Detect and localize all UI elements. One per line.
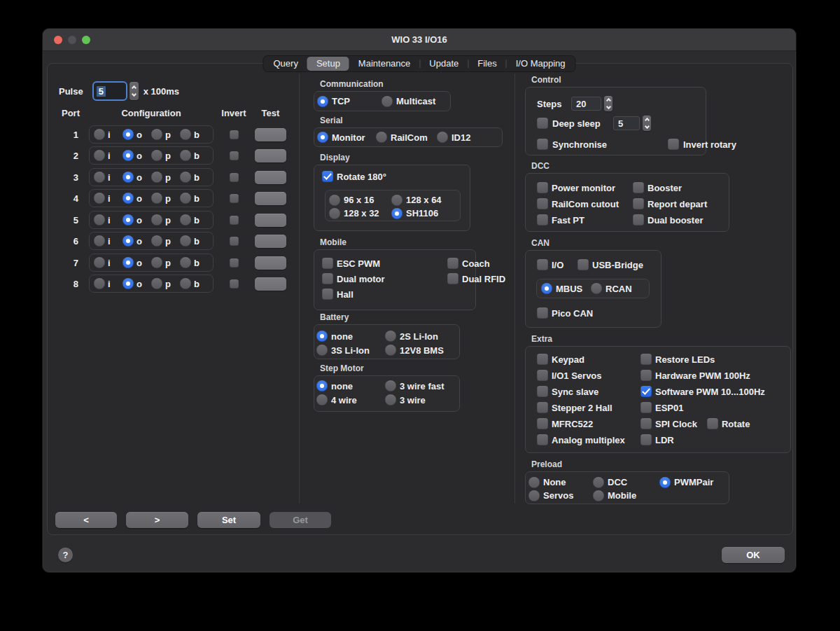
radio-icon[interactable] xyxy=(376,132,387,143)
option-label[interactable]: 4 wire xyxy=(331,395,357,405)
option-label[interactable]: p xyxy=(165,172,171,183)
port-7-test-button[interactable] xyxy=(255,256,286,270)
option-label[interactable]: p xyxy=(165,258,171,268)
option-label[interactable]: RCAN xyxy=(606,284,632,294)
option-label[interactable]: 128 x 64 xyxy=(406,195,442,205)
port-6-option-o[interactable]: o xyxy=(122,235,151,247)
radio-icon[interactable] xyxy=(151,235,162,247)
checkbox-icon[interactable] xyxy=(447,273,458,284)
zoom-button[interactable] xyxy=(82,36,90,44)
option-label[interactable]: ESC PWM xyxy=(337,258,380,269)
port-7-option-p[interactable]: p xyxy=(151,257,180,268)
ok-button[interactable]: OK xyxy=(722,547,785,563)
option-label[interactable]: I/O1 Servos xyxy=(552,370,602,381)
invert-rotary-checkbox[interactable] xyxy=(668,139,679,150)
radio-icon[interactable] xyxy=(329,208,340,219)
radio-icon[interactable] xyxy=(122,193,134,204)
option-label[interactable]: i xyxy=(108,130,111,140)
multicast-radio[interactable]: Multicast xyxy=(382,96,450,107)
option-label[interactable]: SPI Clock xyxy=(655,419,697,429)
option-label[interactable]: Rotate 180° xyxy=(337,172,386,182)
i-o1-servos-checkbox[interactable]: I/O1 Servos xyxy=(537,370,640,381)
port-1-option-o[interactable]: o xyxy=(122,129,151,140)
booster-checkbox[interactable]: Booster xyxy=(633,182,729,193)
option-label[interactable]: LDR xyxy=(655,435,674,445)
fast-pt-checkbox[interactable]: Fast PT xyxy=(537,214,633,226)
radio-icon[interactable] xyxy=(528,477,540,488)
radio-icon[interactable] xyxy=(316,345,328,356)
esc-pwm-checkbox[interactable]: ESC PWM xyxy=(322,258,447,269)
tab-i-o-mapping[interactable]: I/O Mapping xyxy=(507,57,575,71)
radio-icon[interactable] xyxy=(317,96,328,107)
checkbox-icon[interactable] xyxy=(322,289,333,300)
radio-icon[interactable] xyxy=(151,172,162,183)
port-3-option-i[interactable]: i xyxy=(94,172,122,183)
checkbox-icon[interactable] xyxy=(640,402,652,413)
port-2-test-button[interactable] xyxy=(255,149,286,162)
checkbox-icon[interactable] xyxy=(633,182,644,193)
checkbox-icon[interactable] xyxy=(537,214,548,226)
hall-checkbox[interactable]: Hall xyxy=(322,289,447,300)
option-label[interactable]: b xyxy=(194,151,200,161)
id12-radio[interactable]: ID12 xyxy=(437,132,502,143)
radio-icon[interactable] xyxy=(151,214,162,226)
port-2-option-b[interactable]: b xyxy=(180,150,209,161)
next-port-button[interactable]: > xyxy=(126,512,188,528)
stepper-2-hall-checkbox[interactable]: Stepper 2 Hall xyxy=(537,402,640,413)
option-label[interactable]: 96 x 16 xyxy=(344,195,374,205)
mfrc522-checkbox[interactable]: MFRC522 xyxy=(537,418,640,429)
option-label[interactable]: Sync slave xyxy=(552,387,598,397)
steps-stepper[interactable] xyxy=(604,96,612,111)
option-label[interactable]: b xyxy=(194,258,200,268)
radio-icon[interactable] xyxy=(593,477,604,488)
port-4-test-button[interactable] xyxy=(255,192,286,205)
option-label[interactable]: ESP01 xyxy=(655,403,683,413)
port-5-invert-checkbox[interactable] xyxy=(230,216,239,225)
port-7-invert-checkbox[interactable] xyxy=(230,258,239,268)
port-4-option-o[interactable]: o xyxy=(122,193,151,204)
sh1106-radio[interactable]: SH1106 xyxy=(391,208,460,219)
pulse-stepper[interactable] xyxy=(130,82,139,100)
option-label[interactable]: p xyxy=(165,130,171,140)
checkbox-icon[interactable] xyxy=(537,198,548,209)
96-x-16-radio[interactable]: 96 x 16 xyxy=(329,195,391,206)
option-label[interactable]: b xyxy=(194,130,200,140)
option-label[interactable]: Hall xyxy=(337,289,354,300)
hardware-pwm-100hz-checkbox[interactable]: Hardware PWM 100Hz xyxy=(640,370,790,381)
option-label[interactable]: Keypad xyxy=(552,354,584,365)
radio-icon[interactable] xyxy=(94,129,105,140)
radio-icon[interactable] xyxy=(180,214,191,226)
option-label[interactable]: b xyxy=(194,172,200,183)
radio-icon[interactable] xyxy=(151,129,162,140)
radio-icon[interactable] xyxy=(94,278,105,289)
radio-icon[interactable] xyxy=(385,331,396,342)
port-2-option-p[interactable]: p xyxy=(151,150,180,161)
analog-multiplex-checkbox[interactable]: Analog multiplex xyxy=(537,434,640,445)
option-label[interactable]: b xyxy=(194,279,200,289)
checkbox-icon[interactable] xyxy=(537,434,548,445)
rcan-radio[interactable]: RCAN xyxy=(591,283,632,294)
servos-radio[interactable]: Servos xyxy=(528,490,593,501)
radio-icon[interactable] xyxy=(122,129,134,140)
pico-can-checkbox[interactable]: Pico CAN xyxy=(537,307,593,319)
port-5-option-b[interactable]: b xyxy=(180,214,209,226)
option-label[interactable]: o xyxy=(136,172,142,183)
option-label[interactable]: Coach xyxy=(462,258,490,269)
pulse-input[interactable]: 5 xyxy=(92,81,127,101)
port-5-option-o[interactable]: o xyxy=(122,214,151,226)
radio-icon[interactable] xyxy=(382,96,393,107)
radio-icon[interactable] xyxy=(391,208,402,219)
option-label[interactable]: Dual RFID xyxy=(462,274,505,284)
port-1-test-button[interactable] xyxy=(255,128,286,141)
keypad-checkbox[interactable]: Keypad xyxy=(537,354,640,365)
rotate-checkbox[interactable]: Rotate xyxy=(707,418,750,429)
stepper-up-icon[interactable] xyxy=(644,118,649,123)
checkbox-icon[interactable] xyxy=(633,198,644,209)
option-label[interactable]: Pico CAN xyxy=(552,308,593,319)
deep-sleep-label[interactable]: Deep sleep xyxy=(552,118,613,129)
port-3-option-p[interactable]: p xyxy=(151,172,180,183)
option-label[interactable]: Software PWM 10...100Hz xyxy=(655,387,765,397)
port-4-option-b[interactable]: b xyxy=(180,193,209,204)
option-label[interactable]: Dual motor xyxy=(337,274,385,284)
checkbox-icon[interactable] xyxy=(322,171,333,182)
